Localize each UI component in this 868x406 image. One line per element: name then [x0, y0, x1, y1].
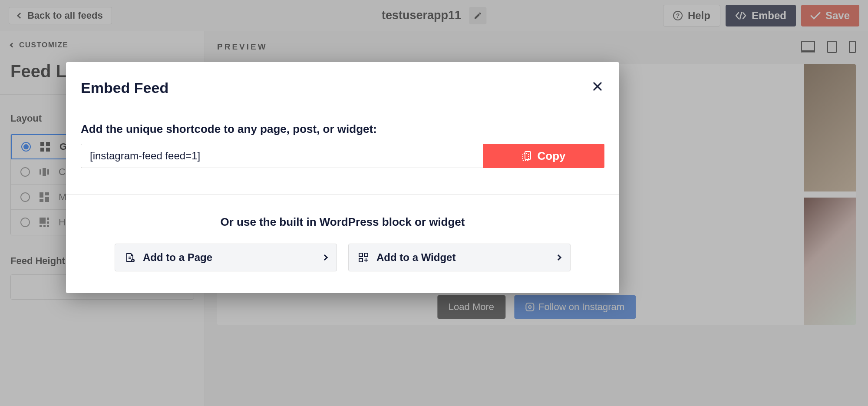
copy-button[interactable]: Copy: [483, 144, 604, 168]
add-to-widget-label: Add to a Widget: [376, 251, 455, 264]
svg-rect-23: [359, 258, 363, 262]
block-widget-instruction: Or use the built in WordPress block or w…: [66, 215, 619, 229]
close-modal-button[interactable]: [591, 79, 604, 93]
modal-title: Embed Feed: [81, 79, 168, 96]
copy-icon: [522, 151, 531, 161]
add-to-page-label: Add to a Page: [143, 251, 212, 264]
add-to-widget-button[interactable]: Add to a Widget: [348, 244, 571, 271]
shortcode-input[interactable]: [81, 144, 483, 168]
chevron-right-icon: [322, 254, 328, 261]
svg-rect-21: [359, 253, 363, 257]
copy-label: Copy: [538, 149, 566, 163]
svg-rect-18: [525, 152, 531, 159]
embed-feed-modal: Embed Feed Add the unique shortcode to a…: [66, 62, 619, 293]
divider: [66, 194, 619, 195]
page-icon: [125, 252, 135, 263]
add-to-page-button[interactable]: Add to a Page: [115, 244, 337, 271]
chevron-right-icon: [555, 254, 561, 261]
svg-rect-22: [364, 253, 368, 257]
shortcode-instruction: Add the unique shortcode to any page, po…: [66, 96, 619, 144]
widget-icon: [358, 252, 369, 263]
